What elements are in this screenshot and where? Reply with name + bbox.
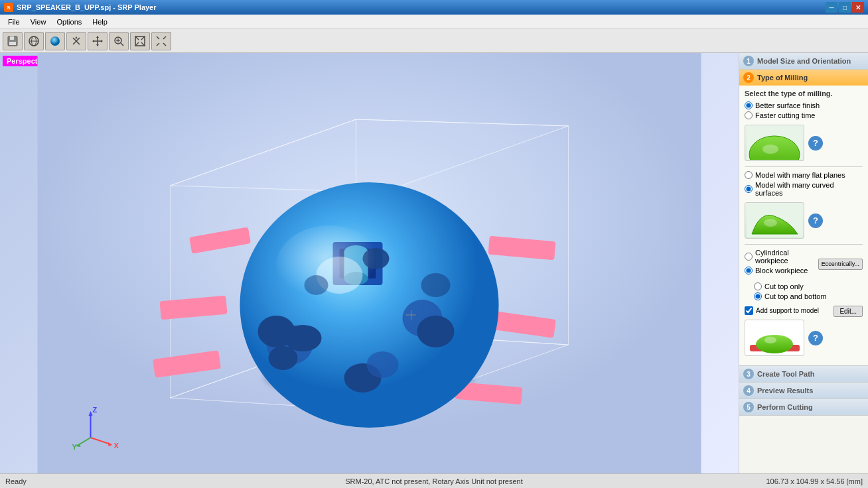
rotate-button[interactable] <box>66 32 86 50</box>
svg-text:X: X <box>114 442 119 450</box>
surface-type-group: Model with many flat planes Model with m… <box>745 171 863 197</box>
app-icon: S <box>4 3 13 12</box>
minimize-button[interactable]: ─ <box>826 2 837 13</box>
help-btn-2[interactable]: ? <box>808 213 823 228</box>
help-btn-3[interactable]: ? <box>808 331 823 345</box>
svg-point-73 <box>764 219 777 227</box>
section-model-size-header[interactable]: 1 Model Size and Orientation <box>739 53 868 69</box>
section-model-size: 1 Model Size and Orientation <box>739 53 868 70</box>
svg-point-77 <box>764 337 776 343</box>
svg-rect-1 <box>10 36 14 40</box>
block-radio[interactable]: Block workpiece <box>745 267 816 274</box>
section-preview-header[interactable]: 4 Preview Results <box>739 383 868 398</box>
scene-svg: Z X Y <box>0 53 739 473</box>
eccentrically-button[interactable]: Eccentrically... <box>818 259 863 270</box>
globe-button[interactable] <box>24 32 44 50</box>
surface-finish-group: Better surface finish Faster cutting tim… <box>745 101 863 119</box>
pan-button[interactable] <box>88 32 108 50</box>
milling-preview-3: ? <box>745 320 863 356</box>
workpiece-row: Cylindrical workpiece Block workpiece Ec… <box>745 249 863 280</box>
milling-content: Select the type of milling. Better surfa… <box>739 86 868 365</box>
svg-marker-12 <box>101 40 103 42</box>
status-machine: SRM-20, ATC not present, Rotary Axis Uni… <box>220 477 648 485</box>
surface-finish-preview <box>745 125 804 161</box>
step-1-num: 1 <box>743 56 754 66</box>
svg-point-6 <box>50 36 60 46</box>
svg-marker-10 <box>96 44 99 46</box>
section-cutting-label: Perform Cutting <box>757 403 813 411</box>
menu-help[interactable]: Help <box>87 17 113 27</box>
cylindrical-radio[interactable]: Cylindrical workpiece <box>745 249 816 265</box>
step-4-num: 4 <box>743 385 754 396</box>
right-panel: 1 Model Size and Orientation 2 Type of M… <box>739 53 868 473</box>
curved-surface-preview <box>745 202 804 239</box>
support-preview <box>745 320 804 356</box>
menu-bar: File View Options Help <box>0 15 868 29</box>
curved-surfaces-radio[interactable]: Model with many curved surfaces <box>745 181 863 197</box>
svg-line-14 <box>121 43 123 46</box>
save-button[interactable] <box>3 32 23 50</box>
section-milling-header[interactable]: 2 Type of Milling <box>739 70 868 86</box>
zoom-button[interactable] <box>109 32 129 50</box>
milling-preview-2: ? <box>745 202 863 239</box>
section-toolpath-label: Create Tool Path <box>757 370 815 378</box>
section-toolpath-header[interactable]: 3 Create Tool Path <box>739 366 868 382</box>
better-surface-radio[interactable]: Better surface finish <box>745 101 863 109</box>
maximize-button[interactable]: □ <box>839 2 851 13</box>
milling-select-label: Select the type of milling. <box>745 90 863 97</box>
section-model-size-label: Model Size and Orientation <box>757 57 851 65</box>
menu-options[interactable]: Options <box>51 17 87 27</box>
close-button[interactable]: ✕ <box>852 2 864 13</box>
svg-marker-9 <box>96 36 99 38</box>
cut-top-bottom-radio[interactable]: Cut top and bottom <box>754 292 863 300</box>
menu-view[interactable]: View <box>25 17 52 27</box>
section-preview-label: Preview Results <box>757 387 813 395</box>
section-milling-label: Type of Milling <box>757 74 808 82</box>
svg-rect-2 <box>9 42 16 45</box>
svg-text:Y: Y <box>72 443 78 451</box>
svg-point-44 <box>417 316 455 347</box>
fit-button[interactable] <box>130 32 150 50</box>
svg-point-46 <box>367 351 399 378</box>
main-content: Perspective <box>0 53 868 473</box>
cut-top-only-radio[interactable]: Cut top only <box>754 282 863 290</box>
svg-line-24 <box>157 43 159 46</box>
section-cutting: 5 Perform Cutting <box>739 399 868 416</box>
title-bar: S SRP_SPEAKER_B_UPP.spj - SRP Player ─ □… <box>0 0 868 15</box>
flat-planes-radio[interactable]: Model with many flat planes <box>745 171 863 179</box>
workpiece-group: Cylindrical workpiece Block workpiece <box>745 249 816 274</box>
svg-line-25 <box>163 43 166 46</box>
edit-button[interactable]: Edit... <box>833 306 863 317</box>
svg-text:Z: Z <box>93 406 98 414</box>
sphere-button[interactable] <box>45 32 65 50</box>
svg-point-42 <box>269 346 298 370</box>
svg-point-41 <box>285 325 322 351</box>
section-preview: 4 Preview Results <box>739 383 868 399</box>
status-bar: Ready SRM-20, ATC not present, Rotary Ax… <box>0 473 868 488</box>
viewport[interactable]: Perspective <box>0 53 739 473</box>
faster-cutting-radio[interactable]: Faster cutting time <box>745 111 863 119</box>
add-support-checkbox[interactable]: Add support to model <box>745 306 819 315</box>
step-2-num: 2 <box>743 72 754 83</box>
milling-preview-1: ? <box>745 125 863 161</box>
svg-point-76 <box>756 335 793 353</box>
menu-file[interactable]: File <box>3 17 25 27</box>
step-3-num: 3 <box>743 369 754 379</box>
svg-line-23 <box>163 36 166 39</box>
status-dimensions: 106.73 x 104.99 x 54.56 [mm] <box>648 477 863 485</box>
svg-point-71 <box>762 145 778 154</box>
status-ready: Ready <box>5 477 220 485</box>
toolbar <box>0 29 868 53</box>
svg-marker-11 <box>92 40 94 42</box>
divider-1 <box>745 166 863 167</box>
step-5-num: 5 <box>743 402 754 412</box>
section-toolpath: 3 Create Tool Path <box>739 366 868 383</box>
section-cutting-header[interactable]: 5 Perform Cutting <box>739 399 868 415</box>
divider-2 <box>745 244 863 245</box>
section-milling: 2 Type of Milling Select the type of mil… <box>739 70 868 366</box>
fit2-button[interactable] <box>151 32 171 50</box>
help-btn-1[interactable]: ? <box>808 136 823 151</box>
svg-point-55 <box>421 273 451 297</box>
window-title: SRP_SPEAKER_B_UPP.spj - SRP Player <box>17 3 826 11</box>
svg-point-56 <box>305 275 328 295</box>
